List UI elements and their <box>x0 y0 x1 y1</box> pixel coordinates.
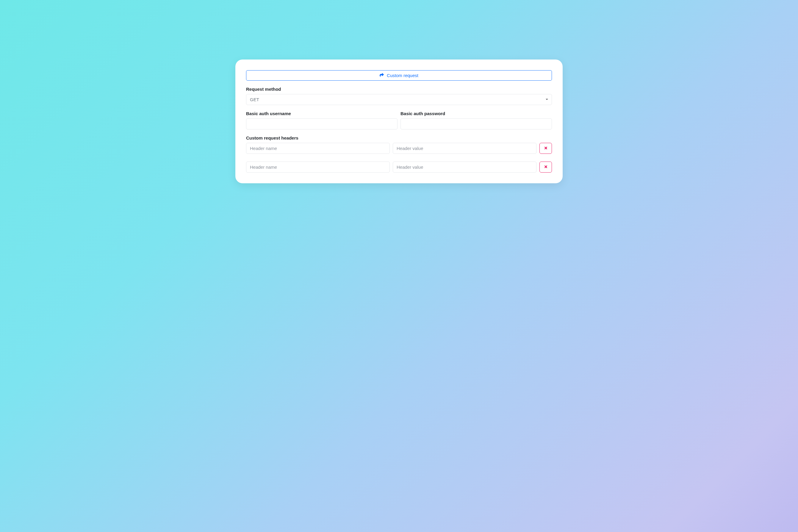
custom-request-headers-label: Custom request headers <box>246 135 552 140</box>
header-value-input[interactable] <box>393 143 536 154</box>
delete-header-button[interactable] <box>539 143 552 154</box>
basic-auth-password-label: Basic auth password <box>400 111 552 116</box>
share-arrow-icon <box>380 73 384 78</box>
custom-request-button-label: Custom request <box>387 73 418 78</box>
header-row <box>246 162 552 173</box>
header-name-input[interactable] <box>246 143 390 154</box>
header-row <box>246 143 552 154</box>
custom-request-button[interactable]: Custom request <box>246 70 552 81</box>
basic-auth-password-input[interactable] <box>400 118 552 129</box>
request-config-card: Custom request Request method GET Basic … <box>235 59 563 183</box>
x-icon <box>544 146 548 151</box>
x-icon <box>544 165 548 170</box>
header-value-input[interactable] <box>393 162 536 173</box>
basic-auth-username-label: Basic auth username <box>246 111 398 116</box>
request-method-select[interactable]: GET <box>246 94 552 105</box>
basic-auth-username-input[interactable] <box>246 118 398 129</box>
header-name-input[interactable] <box>246 162 390 173</box>
delete-header-button[interactable] <box>539 162 552 173</box>
request-method-label: Request method <box>246 87 552 92</box>
